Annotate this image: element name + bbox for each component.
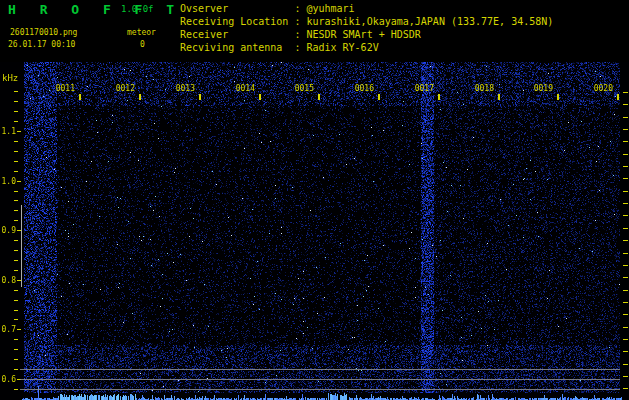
time-tick [199,94,201,100]
freq-minor-tick [14,210,18,211]
meteor-count-value: 0 [140,40,145,49]
right-minor-tick [623,203,628,204]
time-tick-label: 0018 [458,84,494,93]
freq-minor-tick [14,220,18,221]
station-info-line: Recviving antenna : Radix RY-62V [180,41,553,54]
reference-line [20,369,620,370]
time-tick [79,94,81,100]
freq-minor-tick [14,260,18,261]
right-minor-tick [623,339,628,340]
station-info-block: Ovserver : @yuhmariReceiving Location : … [180,2,553,54]
right-minor-tick [623,364,628,365]
time-tick-label: 0015 [278,84,314,93]
right-minor-tick [623,290,628,291]
freq-minor-tick [14,300,18,301]
right-minor-tick [623,327,628,328]
app-version: 1.0.0f [121,4,154,14]
station-info-line: Ovserver : @yuhmari [180,2,553,15]
time-tick-label: 0014 [219,84,255,93]
right-minor-tick [623,178,628,179]
right-minor-tick [623,314,628,315]
right-minor-tick [623,104,628,105]
app-title: H R O F F T [8,2,182,17]
right-minor-tick [623,265,628,266]
time-tick-label: 0013 [159,84,195,93]
right-minor-tick [623,277,628,278]
freq-minor-tick [14,141,18,142]
right-minor-tick [623,92,628,93]
freq-minor-tick [14,171,18,172]
freq-minor-tick [14,359,18,360]
freq-tick-label: 0.7 [0,325,16,334]
right-minor-tick [623,228,628,229]
freq-minor-tick [14,200,18,201]
right-minor-tick [623,215,628,216]
right-minor-tick [623,351,628,352]
freq-minor-tick [14,101,18,102]
freq-minor-tick [14,161,18,162]
time-tick [617,94,619,100]
station-info-line: Receiver : NESDR SMArt + HDSDR [180,28,553,41]
output-filename: 2601170010.png [10,28,77,37]
freq-tick-label: 0.9 [0,226,16,235]
freq-minor-tick [14,91,18,92]
time-tick-label: 0016 [338,84,374,93]
time-tick-label: 0011 [39,84,75,93]
freq-minor-tick [14,349,18,350]
right-minor-tick [623,154,628,155]
right-minor-tick [623,253,628,254]
right-minor-tick [623,376,628,377]
freq-tick-label: 1.1 [0,127,16,136]
freq-minor-tick [14,310,18,311]
time-tick-label: 0017 [398,84,434,93]
reference-line [20,389,620,390]
right-minor-tick [623,129,628,130]
freq-tick-label: 0.6 [0,375,16,384]
time-tick-label: 0019 [517,84,553,93]
right-minor-tick [623,302,628,303]
time-tick-label: 0020 [577,84,613,93]
freq-major-tick [17,131,21,132]
datetime-label: 26.01.17 00:10 [8,40,75,49]
freq-minor-tick [14,369,18,370]
right-minor-tick [623,191,628,192]
right-minor-tick [623,141,628,142]
reference-line [20,379,620,380]
freq-major-tick [17,181,21,182]
freq-tick-label: 0.8 [0,276,16,285]
meteor-mode-label: meteor [127,28,156,37]
time-tick [557,94,559,100]
freq-minor-tick [14,240,18,241]
time-tick [318,94,320,100]
freq-axis-unit-label: kHz [2,73,18,83]
time-tick [498,94,500,100]
time-tick [438,94,440,100]
time-tick [259,94,261,100]
spectrogram-canvas [0,62,629,400]
freq-minor-tick [14,191,18,192]
freq-minor-tick [14,250,18,251]
freq-minor-tick [14,111,18,112]
freq-major-tick [17,329,21,330]
time-tick-label: 0012 [99,84,135,93]
freq-minor-tick [14,339,18,340]
freq-minor-tick [14,389,18,390]
right-minor-tick [623,388,628,389]
station-info-line: Receiving Location : kurashiki,Okayama,J… [180,15,553,28]
freq-minor-tick [14,290,18,291]
time-tick [378,94,380,100]
freq-minor-tick [14,121,18,122]
freq-minor-tick [14,151,18,152]
freq-minor-tick [14,319,18,320]
right-minor-tick [623,240,628,241]
freq-tick-label: 1.0 [0,177,16,186]
time-tick [139,94,141,100]
right-minor-tick [623,166,628,167]
calibration-marker-line [21,205,22,287]
freq-minor-tick [14,270,18,271]
right-minor-tick [623,117,628,118]
